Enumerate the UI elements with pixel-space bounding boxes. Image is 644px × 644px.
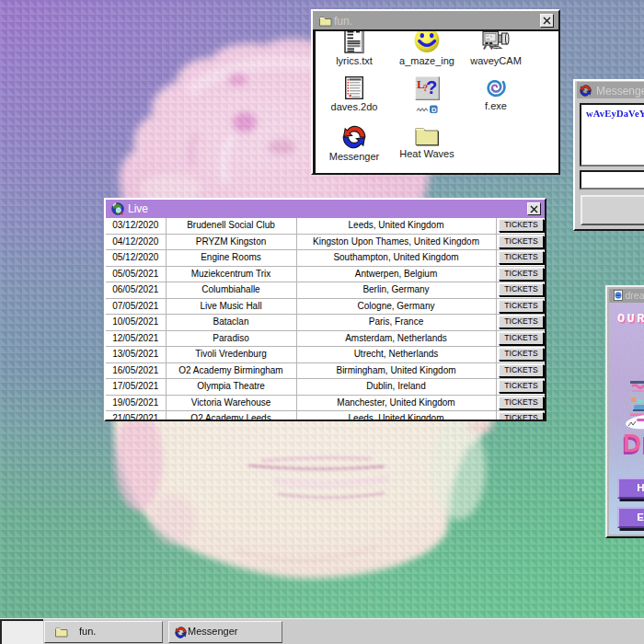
- svg-text:?: ?: [426, 77, 437, 98]
- svg-text:D: D: [431, 106, 437, 114]
